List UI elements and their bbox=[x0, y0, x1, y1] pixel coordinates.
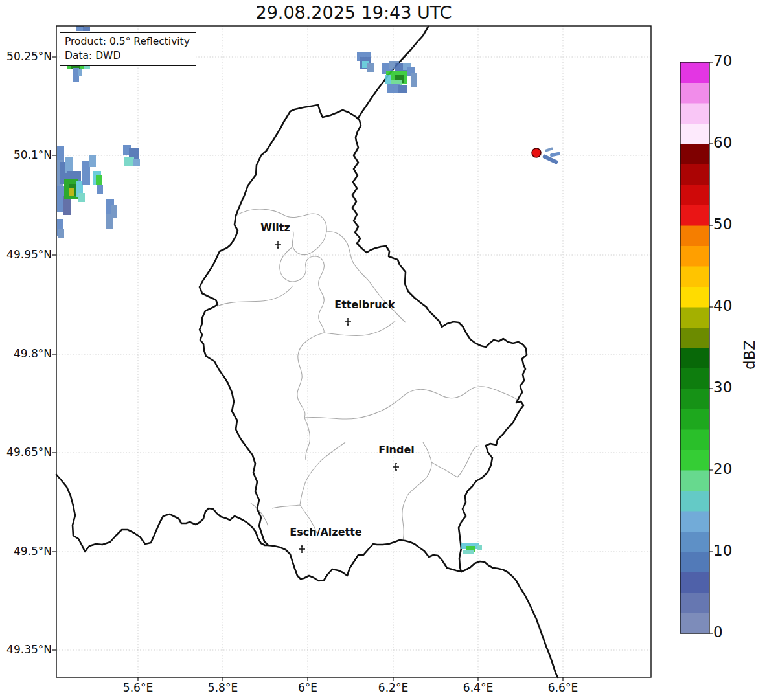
x-tick-label: 5.6°E bbox=[109, 681, 167, 694]
echo-cell bbox=[463, 550, 474, 554]
echo-cell bbox=[124, 157, 134, 166]
city-label: Wiltz bbox=[204, 221, 347, 234]
germany-france-border-southeast bbox=[461, 561, 558, 677]
x-tick-label: 5.8°E bbox=[194, 681, 252, 694]
product-info-box: Product: 0.5° Reflectivity Data: DWD bbox=[60, 32, 196, 66]
colorbar-segment bbox=[680, 266, 709, 287]
colorbar-segment bbox=[680, 144, 709, 164]
colorbar-segment bbox=[680, 246, 709, 267]
radar-site-dot bbox=[532, 148, 541, 157]
echo-cell bbox=[411, 73, 417, 87]
colorbar-segment bbox=[680, 613, 709, 634]
radar-screenshot: 29.08.2025 19:43 UTC Product: 0.5° Refle… bbox=[0, 0, 767, 700]
clutter-streaks bbox=[542, 147, 560, 164]
colorbar-segment bbox=[680, 83, 709, 104]
colorbar-segment bbox=[680, 368, 709, 389]
echo-cell bbox=[89, 155, 96, 167]
y-tick-label: 50.25°N bbox=[1, 50, 52, 63]
colorbar-segment bbox=[680, 389, 709, 409]
city-marker bbox=[393, 464, 399, 470]
colorbar-segment bbox=[680, 124, 709, 144]
colorbar-segment bbox=[680, 164, 709, 185]
x-tick-label: 6.4°E bbox=[449, 681, 507, 694]
echo-cell bbox=[96, 175, 102, 185]
colorbar-tick-label: 0 bbox=[713, 624, 759, 640]
colorbar-tick-label: 60 bbox=[713, 134, 759, 151]
colorbar-segment bbox=[680, 205, 709, 226]
canton-boundaries bbox=[217, 209, 518, 541]
echo-cell bbox=[78, 193, 85, 202]
radar-map-canvas bbox=[0, 0, 767, 700]
colorbar-tick-label: 50 bbox=[713, 216, 759, 232]
colorbar-segment bbox=[680, 409, 709, 430]
echo-cell bbox=[82, 161, 90, 185]
echo-cell bbox=[97, 185, 103, 194]
clutter-streak bbox=[550, 152, 561, 157]
city-label: Esch/Alzette bbox=[255, 526, 397, 538]
echo-cell bbox=[65, 157, 73, 173]
echo-cell bbox=[385, 75, 391, 84]
grid-lines bbox=[56, 26, 651, 677]
colorbar-segment bbox=[680, 450, 709, 471]
colorbar-segment bbox=[680, 328, 709, 348]
x-tick-label: 6.6°E bbox=[534, 681, 592, 694]
colorbar-tick-label: 10 bbox=[713, 542, 759, 559]
y-tick-label: 50.1°N bbox=[1, 148, 52, 161]
echo-cell bbox=[367, 63, 374, 72]
echo-cell bbox=[83, 27, 90, 31]
colorbar-segment bbox=[680, 429, 709, 450]
colorbar-segment bbox=[680, 62, 709, 83]
echo-cell bbox=[133, 159, 140, 166]
product-line: Product: 0.5° Reflectivity bbox=[65, 35, 190, 49]
colorbar-segment bbox=[680, 593, 709, 613]
echo-cell bbox=[58, 229, 64, 238]
y-tick-label: 49.8°N bbox=[1, 347, 52, 360]
colorbar-segment bbox=[680, 572, 709, 593]
colorbar-tick-label: 40 bbox=[713, 297, 759, 314]
colorbar-title: dBZ bbox=[741, 329, 759, 381]
echo-cell bbox=[69, 188, 74, 196]
colorbar-segment bbox=[680, 532, 709, 552]
y-tick-label: 49.95°N bbox=[1, 248, 52, 261]
y-tick-label: 49.65°N bbox=[1, 446, 52, 458]
echo-cell bbox=[398, 85, 407, 93]
city-label: Ettelbruck bbox=[293, 299, 436, 311]
radar-site-marker bbox=[532, 148, 541, 157]
echo-cell bbox=[78, 69, 82, 76]
luxembourg-border bbox=[200, 105, 527, 581]
colorbar-segment bbox=[680, 348, 709, 368]
plot-frame bbox=[56, 26, 651, 677]
city-marker bbox=[345, 319, 351, 325]
x-tick-label: 6.2°E bbox=[364, 681, 422, 694]
x-tick-label: 6°E bbox=[279, 681, 337, 694]
clutter-streak bbox=[545, 147, 554, 152]
echo-cell bbox=[477, 545, 482, 550]
y-tick-label: 49.35°N bbox=[1, 643, 52, 656]
reflectivity-echoes bbox=[57, 26, 482, 554]
y-tick-label: 49.5°N bbox=[1, 545, 52, 558]
colorbar-segment bbox=[680, 185, 709, 205]
colorbar-segment bbox=[680, 511, 709, 532]
colorbar-segment bbox=[680, 552, 709, 572]
city-marker bbox=[275, 242, 281, 248]
colorbar bbox=[680, 62, 713, 634]
city-label: Findel bbox=[325, 444, 468, 456]
france-border-southwest bbox=[56, 475, 268, 552]
axes-frame bbox=[56, 26, 651, 677]
colorbar-segment bbox=[680, 307, 709, 328]
colorbar-tick-label: 70 bbox=[713, 52, 759, 69]
colorbar-segment bbox=[680, 470, 709, 491]
colorbar-segment bbox=[680, 225, 709, 246]
colorbar-segment bbox=[680, 287, 709, 308]
colorbar-tick-label: 30 bbox=[713, 379, 759, 396]
echo-cell bbox=[106, 214, 113, 229]
colorbar-segment bbox=[680, 103, 709, 124]
colorbar-tick-label: 20 bbox=[713, 460, 759, 477]
city-marker bbox=[299, 546, 305, 552]
data-source-line: Data: DWD bbox=[65, 49, 190, 63]
colorbar-segment bbox=[680, 491, 709, 512]
